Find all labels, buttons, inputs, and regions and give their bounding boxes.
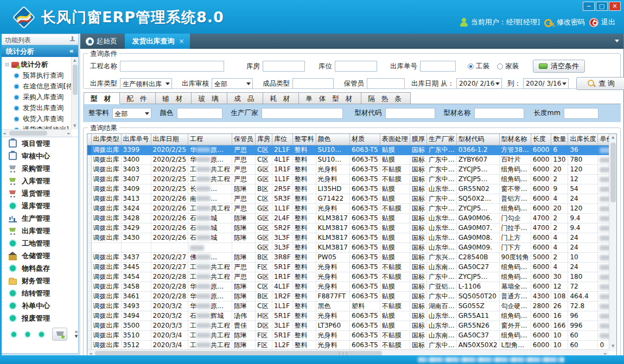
material-tab-辅材[interactable]: 辅 材	[156, 92, 192, 104]
tree-item-采购入库查询[interactable]: 采购入库查询	[5, 92, 77, 103]
tab-home[interactable]: 起始页	[80, 34, 125, 49]
keeper-input[interactable]	[367, 78, 405, 89]
table-row[interactable]: 调拨出库34132020/2/26南…严思C区5R3F整料G714226063-…	[88, 194, 617, 203]
table-row[interactable]: 调拨出库34292020/2/26石城陈琳G区5R2F整料KLM38176063…	[88, 223, 617, 233]
tree-horizontal-scrollbar[interactable]: ◄ ►	[2, 129, 72, 137]
material-tab-单体型材[interactable]: 单 体 型 材	[299, 92, 361, 104]
tree-vertical-scrollbar[interactable]: ▲ ▼	[71, 57, 78, 129]
length-input[interactable]	[564, 108, 598, 119]
logout-button[interactable]: 退出	[589, 17, 615, 27]
table-row[interactable]: 调拨出库34372020/2/27佛…陈琳B区3R8F整料PW056063-T5…	[88, 252, 617, 262]
material-tab-型材[interactable]: 型 材	[84, 92, 120, 104]
column-header-长度[interactable]: 长度	[531, 134, 551, 145]
sidebar-item-工地管理[interactable]: 工地管理	[2, 237, 78, 250]
table-row[interactable]: 调拨出库35102020/3/4工共工程陈琳F区5R1F整料光身料6063-T5…	[88, 330, 617, 340]
tree-item-收货入库查询[interactable]: 收货入库查询	[5, 113, 77, 124]
sidebar-item-报废管理[interactable]: 报废管理	[2, 312, 78, 324]
tree-expander-icon[interactable]: ⊟	[5, 62, 9, 67]
material-tab-隔热条[interactable]: 隔 热 条	[361, 92, 410, 104]
project-name-input[interactable]	[120, 61, 224, 72]
location-input[interactable]	[335, 61, 377, 72]
sidebar-item-退库管理[interactable]: 退库管理	[2, 200, 78, 212]
sidebar-item-退货管理[interactable]: 退货管理	[2, 187, 78, 200]
tab-close-icon[interactable]: ×	[179, 34, 184, 49]
profile-code-input[interactable]	[385, 108, 435, 119]
column-header-工程[interactable]: 工程	[188, 134, 232, 145]
column-header-库位[interactable]: 库位	[272, 134, 293, 145]
column-header-型材代码[interactable]: 型材代码	[456, 134, 499, 145]
sidebar-item-结转管理[interactable]: 结转管理	[2, 287, 78, 299]
collapse-icon[interactable]: «	[69, 47, 74, 55]
table-row[interactable]: 调拨出库34582020/2/28华原…陈琳C区4L1F整料光身料6063-T5…	[88, 282, 617, 291]
minimize-button[interactable]: ─	[583, 2, 595, 11]
manufacturer-input[interactable]	[262, 108, 343, 119]
tab-shipping-outbound-query[interactable]: 发货出库查询 ×	[125, 34, 190, 49]
sidebar-section-statistics[interactable]: 统计分析 «	[2, 45, 78, 57]
color-input[interactable]	[177, 108, 222, 119]
product-type-input[interactable]	[292, 78, 334, 89]
out-type-select[interactable]: 生产领料出库	[120, 78, 172, 89]
footer-circle-icon[interactable]	[38, 331, 45, 338]
clear-conditions-button[interactable]: 清空条件	[533, 60, 585, 73]
sidebar-item-出库管理[interactable]: 出库管理	[2, 225, 78, 237]
table-row[interactable]: 调拨出库34452020/2/27工共工程严思F区5R1F整料光身料6063-T…	[88, 262, 617, 272]
table-row[interactable]: 调拨出库33992020/2/25华原…严思C区2L1F整料SU10…6063-…	[88, 145, 617, 155]
table-row[interactable]: G区3L3F整料KLM38176063-T5贴膜国标山东华…GA90M09.门下…	[88, 242, 617, 252]
sidebar-item-审核中心[interactable]: 审核中心	[2, 150, 78, 162]
table-row[interactable]: 调拨出库34242020/2/26工共工程严思G区1L1F整料光身料6063-T…	[88, 203, 617, 213]
material-tab-配件[interactable]: 配 件	[120, 92, 156, 104]
column-header-整零料[interactable]: 整零料	[292, 134, 316, 145]
column-header-出库日期[interactable]: 出库日期	[151, 134, 188, 145]
column-header-表面处理[interactable]: 表面处理	[380, 134, 410, 145]
change-password-button[interactable]: 修改密码	[544, 17, 585, 27]
sidebar-item-项目管理[interactable]: 项目管理	[2, 137, 78, 150]
table-row[interactable]: 调拨出库34032020/2/25工共工程严思G区1R1F整料光身料6063-T…	[88, 164, 617, 174]
tree-root-statistics[interactable]: ⊟ 统计分析	[5, 59, 77, 70]
sidebar-item-生产管理[interactable]: 生产管理	[2, 212, 78, 225]
footer-circle-icon[interactable]	[10, 331, 17, 338]
grid-vertical-scrollbar[interactable]: ▲ ▼	[609, 134, 616, 349]
column-header-出库单号[interactable]: 出库单号	[121, 134, 151, 145]
column-header-出库长度[interactable]: 出库长度	[568, 134, 598, 145]
column-header-生产厂家[interactable]: 生产厂家	[426, 134, 456, 145]
sidebar-item-入库管理[interactable]: 入库管理	[2, 175, 78, 187]
table-row[interactable]: 调拨出库34002020/2/25华原…严思C区4L1F整料SU10…6063-…	[88, 155, 617, 164]
material-tab-成品[interactable]: 成 品	[227, 92, 263, 104]
pin-icon[interactable]	[70, 36, 75, 42]
zhengling-select[interactable]: 全部	[112, 108, 151, 119]
footer-cart-button[interactable]	[52, 328, 68, 341]
sidebar-item-财务管理[interactable]: 财务管理	[2, 274, 78, 287]
tree-item-预算执行查询[interactable]: 预算执行查询	[5, 70, 77, 81]
table-row[interactable]: 调拨出库34072020/2/25工共工程严思G区1L1F整料光身料6063-T…	[88, 174, 617, 184]
maximize-button[interactable]: □	[596, 2, 608, 11]
tree-item-在途信息查询[待[interactable]: 在途信息查询[待	[5, 81, 77, 92]
table-row[interactable]: 调拨出库34092020/2/25长…陈琳B区2R5F整料LI35HD6063-…	[88, 184, 617, 194]
search-button[interactable]: 查 询	[576, 77, 624, 90]
tree-item-发货出库查询[interactable]: 发货出库查询	[5, 103, 77, 113]
sidebar-item-仓储管理[interactable]: 仓储管理	[2, 250, 78, 262]
column-header-型材名称[interactable]: 型材名称	[499, 134, 531, 145]
sidebar-item-物料盘存[interactable]: 物料盘存	[2, 262, 78, 274]
order-no-input[interactable]	[420, 61, 456, 72]
table-row[interactable]: 调拨出库34612020/2/28华原…陈琳B区1R2F整料F8877FT606…	[88, 291, 617, 301]
tab-list-dropdown-icon[interactable]	[615, 40, 619, 42]
profile-name-input[interactable]	[474, 108, 524, 119]
column-header-膜厚[interactable]: 膜厚	[410, 134, 426, 145]
table-row[interactable]: 调拨出库34302020/2/26石城陈琳G区3L3F整料KLM38176063…	[88, 233, 617, 242]
out-audit-select[interactable]: 全部	[212, 78, 253, 89]
column-header-库房[interactable]: 库房	[256, 134, 272, 145]
jiazhuang-radio[interactable]	[497, 63, 503, 69]
table-row[interactable]: 调拨出库35002020/3/3工共工程曹佳D区3L1F整料LT3P606063…	[88, 321, 617, 330]
material-tab-玻璃[interactable]: 玻 璃	[192, 92, 227, 104]
column-header-数量[interactable]: 数量	[551, 134, 568, 145]
date-from-picker[interactable]: 2020/ 2/16	[456, 78, 502, 89]
footer-circle-icon[interactable]	[24, 331, 31, 338]
column-header-出库类型[interactable]: 出库类型	[91, 134, 121, 145]
material-tab-耗材[interactable]: 耗 材	[263, 92, 299, 104]
warehouse-input[interactable]	[263, 61, 305, 72]
table-row[interactable]: 调拨出库34942020/3/2石辉城汤伟H区5R1F整料光身料6063-T5贴…	[88, 311, 617, 321]
gongzhuang-radio[interactable]	[468, 63, 474, 69]
sidebar-item-补单中心[interactable]: 补单中心	[2, 299, 78, 312]
table-row[interactable]: 调拨出库34932020/3/2华原…陈琳C区1L1F整料黑色塑料不贴膜国标湖南…	[88, 301, 617, 311]
date-to-picker[interactable]: 2020/ 3/16	[523, 78, 569, 89]
